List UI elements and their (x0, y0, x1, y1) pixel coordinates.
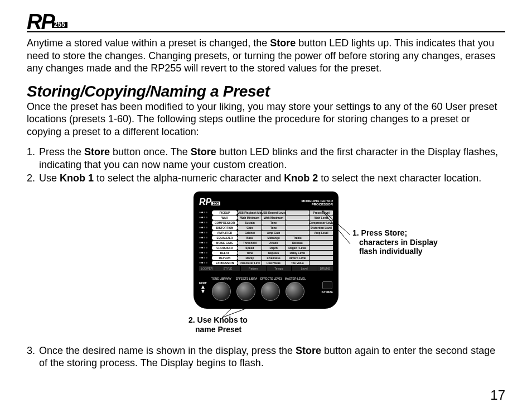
step-2: Use Knob 1 to select the alpha-numeric c… (27, 172, 505, 185)
svg-line-1 (319, 207, 350, 244)
steps-list-cont: Once the desired name is shown in the di… (27, 344, 505, 370)
callout-lines (27, 191, 505, 337)
logo: RP 255 (27, 13, 67, 30)
logo-main: RP (27, 13, 54, 30)
svg-line-3 (222, 304, 257, 318)
intro-text-1: Anytime a stored value within a preset i… (27, 37, 270, 49)
steps-list: Press the Store button once. The Store b… (27, 146, 505, 185)
step-1: Press the Store button once. The Store b… (27, 146, 505, 171)
diagram: RP255 MODELING GUITAR PROCESSOR PICKUPUS… (27, 191, 505, 337)
page-number: 17 (490, 387, 505, 403)
section-title: Storing/Copying/Naming a Preset (27, 83, 505, 100)
svg-line-2 (222, 304, 236, 318)
logo-model-number: 255 (52, 22, 67, 28)
page-header: RP 255 (27, 13, 505, 32)
intro-paragraph: Anytime a stored value within a preset i… (27, 37, 505, 75)
svg-line-0 (319, 207, 350, 235)
intro-store-bold: Store (270, 37, 296, 49)
section-intro: Once the preset has been modified to you… (27, 100, 505, 138)
step-3: Once the desired name is shown in the di… (27, 344, 505, 370)
